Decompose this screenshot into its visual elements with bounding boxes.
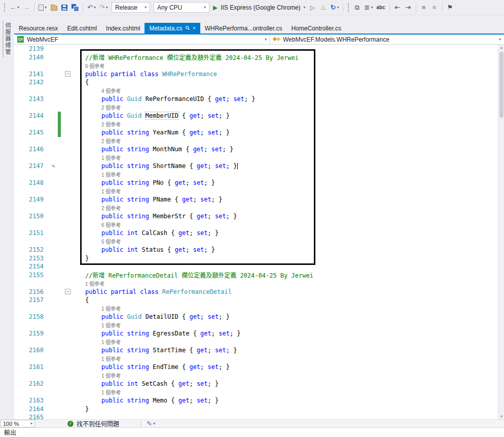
zoom-dropdown[interactable]: 100 % ▾: [1, 420, 35, 427]
code-row[interactable]: 2152public int Status { get; set; }: [14, 246, 504, 254]
code-row[interactable]: 2158public Guid DetailUID { get; set; }: [14, 313, 504, 321]
line-number[interactable]: 2155: [14, 272, 47, 279]
bookmark-button[interactable]: [445, 2, 455, 14]
line-number[interactable]: 2143: [14, 95, 47, 103]
code-row[interactable]: 2165: [14, 413, 504, 419]
line-number[interactable]: 2150: [14, 213, 47, 220]
line-number[interactable]: 2140: [14, 54, 47, 61]
document-health-indicator[interactable]: 找不到任何問題: [67, 419, 119, 428]
line-number[interactable]: 2149: [14, 196, 47, 203]
codelens-row[interactable]: 2 個參考: [14, 204, 504, 213]
line-number[interactable]: 2165: [14, 414, 47, 419]
line-number[interactable]: 2141: [14, 71, 47, 78]
new-file-button[interactable]: ▾: [37, 2, 48, 14]
codelens-row[interactable]: 1 個參考: [14, 338, 504, 347]
solution-config-dropdown[interactable]: Release ▾: [112, 2, 150, 13]
line-number[interactable]: 2158: [14, 313, 47, 320]
code-row[interactable]: 2140//新增 WHRePerformance 欄位定義及額外定義 2024-…: [14, 53, 504, 62]
decrease-indent-button[interactable]: [392, 2, 403, 14]
sidebar-tab-server-explorer[interactable]: 伺服器總管: [3, 20, 12, 57]
platform-dropdown[interactable]: Any CPU ▾: [154, 2, 209, 13]
line-number[interactable]: 2139: [14, 45, 47, 52]
toolbar-drag-handle[interactable]: [4, 3, 6, 13]
codelens-row[interactable]: 1 個參考: [14, 355, 504, 363]
output-panel-title[interactable]: 輸出: [4, 428, 16, 436]
codelens-row[interactable]: 1 個參考: [14, 187, 504, 196]
navigate-forward-button[interactable]: [21, 2, 31, 14]
project-dropdown[interactable]: WebMvcEF ▾: [14, 35, 270, 44]
code-row[interactable]: 2144public Guid MemberUID { get; set; }: [14, 112, 504, 120]
code-row[interactable]: 2150public string MemberStr { get; set; …: [14, 212, 504, 221]
line-number[interactable]: 2160: [14, 347, 47, 354]
start-without-debugging-button[interactable]: [308, 2, 318, 14]
open-file-button[interactable]: [49, 2, 59, 14]
restart-button[interactable]: ▾: [329, 2, 341, 14]
line-number[interactable]: 2159: [14, 330, 47, 337]
line-number[interactable]: 2156: [14, 288, 47, 295]
code-row[interactable]: 2162public int SetCash { get; set; }: [14, 380, 504, 388]
codelens-row[interactable]: 1 個參考: [14, 305, 504, 313]
codelens-row[interactable]: 1 個參考: [14, 279, 504, 288]
line-number[interactable]: 2153: [14, 255, 47, 262]
find-in-files-button[interactable]: [352, 2, 362, 14]
scrollbar-thumb[interactable]: [499, 52, 503, 118]
line-number[interactable]: 2162: [14, 380, 47, 387]
line-number[interactable]: 2147✎: [14, 162, 47, 170]
line-number[interactable]: 2163: [14, 397, 47, 404]
codelens-row[interactable]: 2 個參考: [14, 137, 504, 146]
tab-Resource.resx[interactable]: Resource.resx: [14, 23, 62, 33]
increase-indent-button[interactable]: [403, 2, 413, 14]
tab-Metadata.cs[interactable]: Metadata.cs⚲×: [145, 23, 200, 33]
save-button[interactable]: [59, 2, 69, 14]
scroll-up-arrow[interactable]: ▲: [499, 46, 504, 49]
line-number[interactable]: 2157: [14, 296, 47, 304]
member-dropdown[interactable]: WebMvcEF.Models.WHRePerformance ▾: [270, 35, 504, 44]
vertical-scrollbar[interactable]: ▲ ▼: [498, 45, 504, 419]
close-icon[interactable]: ×: [193, 26, 196, 31]
code-row[interactable]: 2160public string StartTime { get; set; …: [14, 346, 504, 355]
navigate-back-button[interactable]: ▾: [8, 2, 21, 14]
tab-Edit.cshtml[interactable]: Edit.cshtml: [62, 23, 101, 33]
code-row[interactable]: 2139: [14, 45, 504, 53]
start-debugging-button[interactable]: IIS Express (Google Chrome) ▾: [211, 2, 307, 14]
codelens-row[interactable]: 6 個參考: [14, 221, 504, 229]
code-row[interactable]: 2159public string EgressDate { get; set;…: [14, 329, 504, 338]
code-row[interactable]: 2145public string YearNum { get; set; }: [14, 128, 504, 137]
line-number[interactable]: 2148: [14, 179, 47, 186]
codelens-row[interactable]: 2 個參考: [14, 104, 504, 112]
save-all-button[interactable]: [70, 2, 80, 14]
tab-WHRePerforma...ontroller.cs[interactable]: WHRePerforma...ontroller.cs: [200, 23, 287, 33]
code-row[interactable]: 2147✎public string ShortName { get; set;…: [14, 162, 504, 171]
toolbar-drag-handle[interactable]: [347, 3, 350, 13]
line-number[interactable]: 2151: [14, 229, 47, 237]
line-number[interactable]: 2152: [14, 246, 47, 253]
line-number[interactable]: 2161: [14, 363, 47, 371]
tab-Index.cshtml[interactable]: Index.cshtml: [101, 23, 145, 33]
code-row[interactable]: 2143public Guid RePerformanceUID { get; …: [14, 95, 504, 104]
code-row[interactable]: 2142{: [14, 78, 504, 87]
line-number[interactable]: 2142: [14, 79, 47, 86]
codelens-row[interactable]: 5 個參考: [14, 238, 504, 246]
redo-button[interactable]: ▾: [98, 2, 110, 14]
codelens-row[interactable]: 4 個參考: [14, 87, 504, 95]
tab-HomeController.cs[interactable]: HomeController.cs: [286, 23, 346, 33]
collapse-toggle[interactable]: −: [65, 71, 70, 77]
word-completion-button[interactable]: abc: [375, 2, 386, 14]
code-row[interactable]: 2141−public partial class WHRePerformanc…: [14, 70, 504, 79]
code-row[interactable]: 2153}: [14, 254, 504, 263]
code-row[interactable]: 2163public string Memo { get; set; }: [14, 396, 504, 405]
comment-button[interactable]: [419, 2, 429, 14]
uncomment-button[interactable]: [429, 2, 440, 14]
code-row[interactable]: 2148public string PNo { get; set; }: [14, 179, 504, 187]
code-row[interactable]: 2146public string MonthNum { get; set; }: [14, 145, 504, 154]
code-row[interactable]: 2156−public partial class RePerformanceD…: [14, 288, 504, 296]
collapse-toggle[interactable]: −: [65, 289, 70, 294]
undo-button[interactable]: ▾: [86, 2, 97, 14]
code-row[interactable]: 2149public string PName { get; set; }: [14, 195, 504, 204]
line-number[interactable]: 2145: [14, 129, 47, 136]
line-number[interactable]: 2146: [14, 146, 47, 153]
codelens-row[interactable]: 6 個參考: [14, 61, 504, 70]
code-row[interactable]: 2161public string EndTime { get; set; }: [14, 363, 504, 372]
code-row[interactable]: 2157{: [14, 296, 504, 305]
hot-reload-button[interactable]: [318, 2, 329, 14]
